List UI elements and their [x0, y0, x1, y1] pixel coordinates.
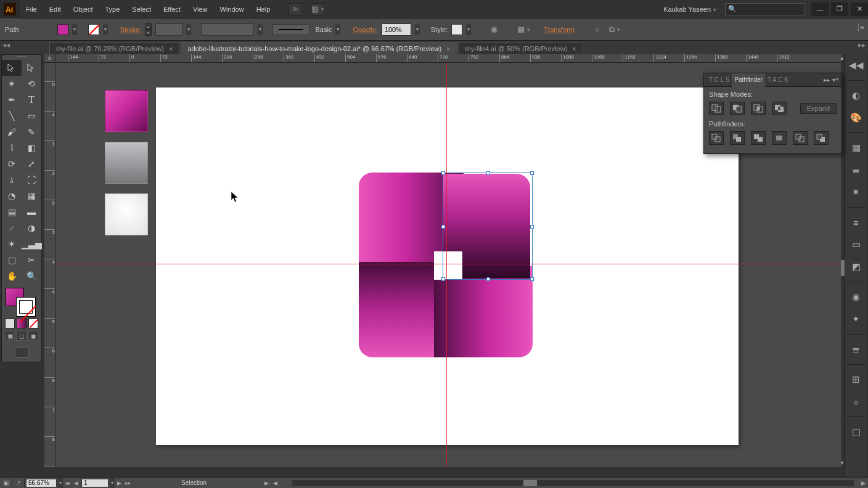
- maximize-button[interactable]: ❐: [831, 2, 848, 16]
- tab-file-2[interactable]: adobe-illustrator-tutorials-how-to-make-…: [181, 42, 457, 54]
- stroke-weight-label[interactable]: Stroke:: [120, 26, 142, 33]
- unite-button[interactable]: [709, 102, 724, 115]
- panel-menu-icon[interactable]: ▾≡: [832, 76, 839, 83]
- close-icon[interactable]: ×: [446, 45, 450, 52]
- stroke-weight-dd[interactable]: ▾: [186, 24, 191, 35]
- direct-selection-tool[interactable]: [22, 60, 41, 76]
- menu-view[interactable]: View: [187, 0, 214, 18]
- color-panel-icon[interactable]: ◐: [849, 88, 864, 103]
- menu-file[interactable]: File: [20, 0, 43, 18]
- fill-stroke-indicator[interactable]: [2, 287, 41, 317]
- scroll-right-icon[interactable]: ▶: [859, 480, 868, 486]
- close-button[interactable]: ✕: [851, 2, 868, 16]
- opacity-label[interactable]: Opacity:: [353, 26, 377, 33]
- pencil-tool[interactable]: ✎: [22, 124, 41, 140]
- type-tool[interactable]: T: [22, 92, 41, 108]
- minus-back-button[interactable]: [814, 131, 829, 145]
- appearance-panel-icon[interactable]: ◉: [849, 290, 864, 304]
- swatch-magenta[interactable]: [105, 90, 148, 132]
- color-guide-panel-icon[interactable]: 🎨: [849, 110, 864, 125]
- hscroll-thumb[interactable]: [523, 480, 537, 486]
- panel-collapse-icon[interactable]: ▸▸: [824, 76, 830, 83]
- rotate-tool[interactable]: ⟳: [2, 156, 22, 172]
- pen-tool[interactable]: ✒: [2, 92, 22, 108]
- expand-button[interactable]: Expand: [800, 103, 837, 114]
- magic-wand-tool[interactable]: ✴: [2, 76, 22, 92]
- slice-tool[interactable]: ✂: [22, 252, 41, 268]
- layout-icon[interactable]: ▥▾: [311, 3, 324, 15]
- crop-button[interactable]: [772, 131, 787, 145]
- horizontal-scrollbar[interactable]: [292, 480, 854, 486]
- stroke-color-icon[interactable]: [17, 298, 35, 316]
- next-artboard-button[interactable]: ▶: [115, 480, 123, 486]
- transform-panel-icon[interactable]: ⟐: [849, 394, 864, 409]
- variable-width-input[interactable]: [201, 23, 254, 36]
- menu-type[interactable]: Type: [99, 0, 126, 18]
- panel-tab-align-short[interactable]: T A C K: [765, 76, 791, 83]
- blend-tool[interactable]: ◑: [22, 220, 41, 236]
- divide-button[interactable]: [709, 131, 724, 145]
- zoom-dd[interactable]: ▾: [58, 478, 63, 489]
- symbol-sprayer-tool[interactable]: ✶: [2, 236, 22, 252]
- tab-file-1[interactable]: my-file.ai @ 70.28% (RGB/Preview)×: [49, 42, 179, 54]
- style-swatch[interactable]: [451, 24, 462, 35]
- stroke-weight-spinner[interactable]: ▴▾: [145, 23, 152, 36]
- artboard-dd[interactable]: ▾: [110, 478, 115, 489]
- export-icon[interactable]: ↗: [12, 478, 25, 488]
- brushes-panel-icon[interactable]: ≣: [849, 163, 864, 177]
- screen-mode-toggle[interactable]: [2, 344, 41, 360]
- column-graph-tool[interactable]: ▁▃▅: [22, 236, 41, 252]
- gradient-panel-icon[interactable]: ▭: [849, 237, 864, 252]
- full-screen-mode[interactable]: ◻: [17, 331, 27, 341]
- isolate-icon[interactable]: ⟐: [591, 23, 604, 36]
- tabs-expand-left[interactable]: ◀◀: [2, 43, 10, 48]
- minimize-button[interactable]: —: [811, 2, 829, 16]
- panel-tab-transform-short[interactable]: T C L S: [706, 76, 732, 83]
- close-icon[interactable]: ×: [169, 45, 173, 52]
- rectangle-tool[interactable]: ▭: [22, 108, 41, 124]
- horizontal-ruler[interactable]: 2161447207214421628836043250457664872079…: [55, 54, 842, 63]
- recolor-icon[interactable]: ◉: [487, 23, 501, 36]
- artboard-tool[interactable]: ▢: [2, 252, 22, 268]
- free-transform-tool[interactable]: ⛶: [22, 172, 41, 188]
- intersect-button[interactable]: [751, 102, 766, 115]
- zoom-input[interactable]: 66.67%: [26, 479, 57, 487]
- brush-preview[interactable]: [272, 24, 309, 35]
- variable-width-dd[interactable]: ▾: [258, 24, 263, 35]
- scroll-down-icon[interactable]: ▼: [840, 460, 845, 466]
- graphic-styles-panel-icon[interactable]: ✦: [849, 312, 864, 327]
- scroll-left-icon[interactable]: ◀: [271, 480, 280, 486]
- search-input[interactable]: 🔍: [725, 3, 805, 15]
- merge-button[interactable]: [751, 131, 766, 145]
- artboard-number-input[interactable]: 1: [81, 479, 108, 487]
- gradient-tool[interactable]: ▬: [22, 204, 41, 220]
- menu-select[interactable]: Select: [126, 0, 157, 18]
- minus-front-button[interactable]: [730, 102, 745, 115]
- tab-file-3[interactable]: my-file4.ai @ 50% (RGB/Preview)×: [459, 42, 583, 54]
- menu-edit[interactable]: Edit: [43, 0, 67, 18]
- mesh-tool[interactable]: ▤: [2, 204, 22, 220]
- guide-vertical[interactable]: [446, 63, 447, 467]
- dock-expand-icon[interactable]: ◀◀: [849, 58, 864, 73]
- stroke-weight-input[interactable]: [155, 23, 182, 36]
- outline-button[interactable]: [793, 131, 808, 145]
- close-icon[interactable]: ×: [572, 45, 576, 52]
- selection-tool[interactable]: [2, 60, 22, 76]
- scroll-up-icon[interactable]: ▲: [840, 55, 845, 61]
- scale-tool[interactable]: ⤢: [22, 156, 41, 172]
- presentation-mode[interactable]: ◼: [28, 331, 38, 341]
- opacity-dd[interactable]: ▾: [415, 24, 420, 35]
- opacity-input[interactable]: 100%: [382, 23, 411, 36]
- none-mode[interactable]: [28, 319, 38, 328]
- width-tool[interactable]: ⫰: [2, 172, 22, 188]
- zoom-tool[interactable]: 🔍: [22, 268, 41, 284]
- bridge-icon[interactable]: Br: [289, 3, 302, 15]
- menu-object[interactable]: Object: [67, 0, 99, 18]
- stroke-panel-icon[interactable]: ≡: [849, 215, 864, 230]
- transparency-panel-icon[interactable]: ◩: [849, 259, 864, 274]
- exclude-button[interactable]: [772, 102, 787, 115]
- symbols-panel-icon[interactable]: ✷: [849, 185, 864, 200]
- brush-dd[interactable]: ▾: [335, 24, 340, 35]
- control-overflow-icon[interactable]: ┊≡: [856, 23, 864, 31]
- ruler-origin[interactable]: 0: [44, 54, 55, 63]
